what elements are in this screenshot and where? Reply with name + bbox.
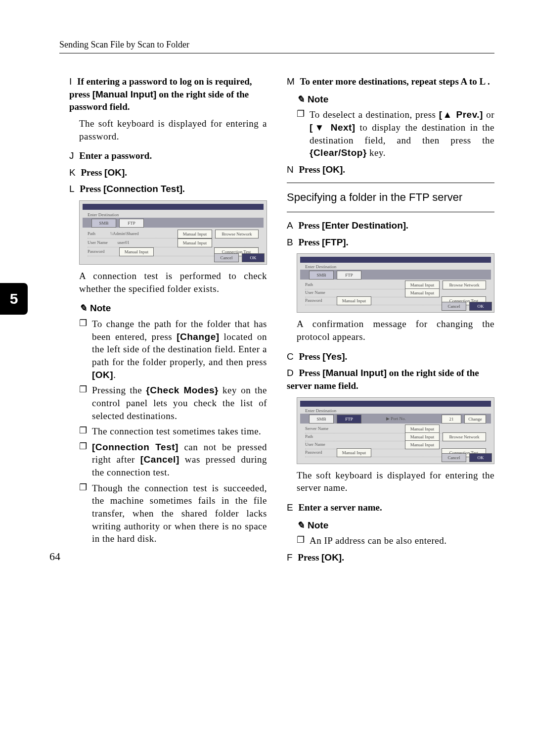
- step-F: F Press [OK].: [287, 551, 494, 564]
- square-bullet-icon: ❐: [79, 441, 87, 479]
- note-bullets-E: ❐An IP address can be also entered.: [297, 534, 494, 547]
- subheading-ftp: Specifying a folder in the FTP server: [287, 190, 494, 205]
- key-ok: [OK]: [322, 164, 343, 175]
- step-label: L: [69, 184, 75, 194]
- ph-ok: OK: [469, 453, 492, 462]
- key-enter-destination: [Enter Destination]: [322, 220, 406, 231]
- list-item: ❐Pressing the {Check Modes} key on the c…: [79, 384, 267, 422]
- square-bullet-icon: ❐: [79, 482, 87, 545]
- note-label: Note: [308, 93, 328, 106]
- step-I: I If entering a password to log on is re…: [69, 75, 267, 113]
- pencil-icon: ✎: [297, 519, 305, 532]
- list-item: ❐An IP address can be also entered.: [297, 534, 494, 547]
- square-bullet-icon: ❐: [79, 425, 87, 438]
- step-text: Press [Manual Input] on the right side o…: [287, 368, 479, 391]
- two-columns: I If entering a password to log on is re…: [59, 71, 494, 568]
- pencil-icon: ✎: [79, 302, 87, 315]
- step-text: Press [Yes].: [299, 351, 347, 362]
- ph-portlabel: ▶ Port No.: [386, 416, 406, 424]
- ph-btn-manual: Manual Input: [178, 230, 212, 238]
- ph-btn-browse: Browse Network: [443, 432, 486, 441]
- square-bullet-icon: ❐: [297, 108, 305, 159]
- step-label: A: [287, 220, 293, 231]
- li-text: Though the connection test is succeeded,…: [92, 482, 267, 545]
- ph-tab-smb: SMB: [309, 415, 334, 424]
- page-number: 64: [49, 550, 60, 563]
- step-text: Press [OK].: [299, 164, 345, 175]
- step-label: B: [287, 237, 293, 247]
- step-label: C: [287, 351, 294, 362]
- note-heading: ✎ Note: [79, 302, 267, 315]
- li-text: To change the path for the folder that h…: [92, 318, 267, 381]
- li-text: To deselect a destination, press [▲ Prev…: [310, 108, 494, 159]
- ph-cancel: Cancel: [214, 253, 239, 262]
- header-rule: [59, 53, 494, 53]
- square-bullet-icon: ❐: [79, 318, 87, 381]
- ph-btn-browse: Browse Network: [443, 281, 486, 289]
- page: Sending Scan File by Scan to Folder I If…: [0, 0, 534, 588]
- step-text: If entering a password to log on is requ…: [69, 76, 252, 112]
- ph-ok: OK: [469, 302, 492, 311]
- step-D: D Press [Manual Input] on the right side…: [287, 367, 494, 392]
- li-text: [Connection Test] can not be pressed rig…: [92, 441, 267, 479]
- paragraph-B: A confirmation message for changing the …: [297, 318, 494, 343]
- column-left: I If entering a password to log on is re…: [59, 71, 267, 568]
- note-bullets-L: ❐To change the path for the folder that …: [79, 318, 267, 545]
- ph-tab-ftp: FTP: [119, 219, 144, 228]
- step-K: K Press [OK].: [69, 166, 267, 179]
- list-item: ❐To change the path for the folder that …: [79, 318, 267, 381]
- note-heading: ✎ Note: [297, 93, 494, 106]
- ph-tab-smb: SMB: [91, 219, 116, 228]
- step-text: Press [FTP].: [298, 237, 348, 247]
- step-M: M To enter more destinations, repeat ste…: [287, 75, 494, 88]
- key-ftp: [FTP]: [322, 237, 346, 247]
- step-label: E: [287, 502, 293, 513]
- step-N: N Press [OK].: [287, 163, 494, 176]
- step-B: B Press [FTP].: [287, 236, 494, 249]
- pencil-icon: ✎: [297, 93, 305, 106]
- ph-tab-smb: SMB: [309, 271, 334, 280]
- step-E: E Enter a server name.: [287, 501, 494, 514]
- ph-btn-browse: Browse Network: [215, 230, 259, 238]
- paragraph-L: A connection test is performed to check …: [79, 270, 267, 295]
- step-text: Enter a server name.: [298, 502, 382, 513]
- column-right: M To enter more destinations, repeat ste…: [287, 71, 494, 568]
- screenshot-connection-test: Enter Destination SMB FTP Path\\Admin\Sh…: [79, 200, 267, 265]
- step-label: N: [287, 164, 294, 175]
- note-label: Note: [308, 519, 328, 532]
- step-label: D: [287, 368, 294, 378]
- li-text: Pressing the {Check Modes} key on the co…: [92, 384, 267, 422]
- step-text: Press [OK].: [81, 167, 127, 178]
- running-head: Sending Scan File by Scan to Folder: [59, 40, 494, 50]
- step-C: C Press [Yes].: [287, 350, 494, 363]
- ph-cancel: Cancel: [442, 302, 466, 311]
- ph-btn-manual4: Manual Input: [405, 440, 440, 449]
- ph-tab-ftp: FTP: [337, 415, 361, 424]
- ph-tab-ftp: FTP: [337, 271, 361, 280]
- ph-ok: OK: [242, 253, 265, 262]
- ph-btn-manual3: Manual Input: [337, 448, 371, 457]
- step-label: I: [69, 76, 72, 87]
- li-text: The connection test sometimes takes time…: [92, 425, 267, 438]
- key-ok: [OK]: [321, 552, 342, 563]
- list-item: ❐To deselect a destination, press [▲ Pre…: [297, 108, 494, 159]
- step-L: L Press [Connection Test].: [69, 183, 267, 195]
- step-J: J Enter a password.: [69, 149, 267, 162]
- ph-topbar: [83, 204, 264, 210]
- step-text: To enter more destinations, repeat steps…: [300, 76, 490, 87]
- step-text: Press [OK].: [298, 552, 344, 563]
- key-ok: [OK]: [104, 167, 125, 178]
- section-rule: [287, 183, 494, 183]
- step-label: F: [287, 552, 293, 563]
- note-heading: ✎ Note: [297, 519, 494, 532]
- ph-btn-manual3: Manual Input: [337, 296, 371, 305]
- key-yes: [Yes]: [322, 351, 345, 362]
- ph-btn-manual3: Manual Input: [119, 247, 154, 256]
- step-text: Press [Enter Destination].: [298, 220, 408, 231]
- step-text: Enter a password.: [79, 150, 152, 161]
- ph-topbar: [300, 257, 491, 263]
- step-label: J: [69, 150, 74, 161]
- screenshot-ftp-1: Enter Destination SMB FTP Path Manual In…: [297, 253, 494, 313]
- section-rule-thin: [287, 212, 494, 212]
- list-item: ❐The connection test sometimes takes tim…: [79, 425, 267, 438]
